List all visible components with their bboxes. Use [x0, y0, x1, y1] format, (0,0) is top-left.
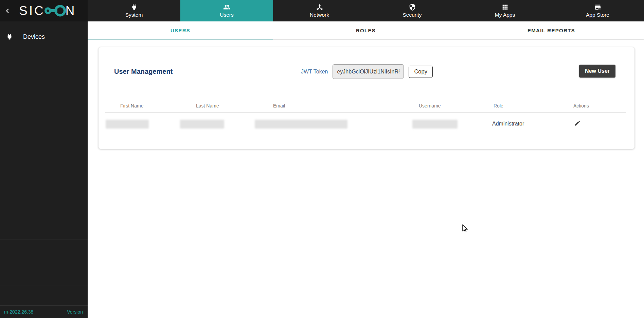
redacted-cell-email — [255, 120, 347, 129]
jwt-token-label: JWT Token — [301, 69, 328, 75]
brand-link-icon — [44, 4, 66, 18]
nav-tab-network[interactable]: Network — [273, 0, 366, 21]
sub-tab-bar: USERS ROLES EMAIL REPORTS — [88, 21, 644, 39]
role-value: Administrator — [492, 121, 524, 127]
column-header-actions: Actions — [573, 103, 589, 108]
nav-tab-security[interactable]: Security — [366, 0, 459, 21]
new-user-button[interactable]: New User — [579, 65, 615, 78]
sidebar-account-row: sj — [0, 263, 88, 285]
edit-pencil-icon[interactable] — [574, 120, 581, 128]
network-hub-icon — [316, 3, 323, 11]
redacted-cell-username — [412, 120, 458, 129]
column-header-email: Email — [273, 103, 285, 108]
tab-label: EMAIL REPORTS — [527, 28, 575, 33]
tab-users[interactable]: USERS — [88, 21, 273, 39]
back-chevron-icon[interactable] — [0, 0, 15, 21]
column-header-role: Role — [494, 103, 503, 108]
nav-tab-label: System — [125, 12, 143, 18]
nav-tab-label: My Apps — [495, 12, 515, 18]
column-header-last-name: Last Name — [196, 103, 219, 108]
app-root: SIC N Devices — [0, 0, 644, 318]
nav-tab-users[interactable]: Users — [180, 0, 273, 21]
main-content: User Management JWT Token Copy New User … — [88, 39, 644, 318]
grid-icon — [501, 3, 509, 11]
nav-tab-app-store[interactable]: App Store — [551, 0, 644, 21]
storefront-icon — [594, 3, 602, 11]
tab-label: ROLES — [356, 28, 376, 33]
nav-tab-my-apps[interactable]: My Apps — [459, 0, 551, 21]
tab-email-reports[interactable]: EMAIL REPORTS — [459, 21, 644, 39]
shield-icon — [409, 3, 416, 11]
nav-tab-label: Network — [310, 12, 329, 18]
user-management-card: User Management JWT Token Copy New User … — [99, 47, 634, 149]
page-title: User Management — [114, 68, 173, 76]
redacted-cell-last-name — [180, 120, 224, 129]
plug-icon — [130, 3, 138, 11]
table-row: Administrator — [99, 117, 634, 132]
brand-logo-text-right: N — [66, 4, 76, 18]
tab-roles[interactable]: ROLES — [273, 21, 459, 39]
table-header-row: First Name Last Name Email Username Role… — [99, 103, 634, 110]
nav-tab-system[interactable]: System — [88, 0, 180, 21]
brand-logo-text-left: SI — [19, 4, 34, 18]
column-header-username: Username — [419, 103, 441, 108]
jwt-token-input[interactable] — [333, 64, 404, 79]
brand-logo: SIC N — [19, 4, 76, 18]
plug-icon — [5, 33, 14, 40]
jwt-token-group: JWT Token Copy — [301, 64, 433, 79]
nav-tab-label: Security — [403, 12, 422, 18]
copy-button[interactable]: Copy — [409, 66, 433, 78]
nav-tab-label: App Store — [586, 12, 609, 18]
nav-tab-label: Users — [220, 12, 233, 18]
top-nav: System Users Network Security My Apps Ap… — [88, 0, 644, 21]
column-header-first-name: First Name — [120, 103, 143, 108]
redacted-cell-first-name — [106, 120, 149, 129]
sidebar-utility-row — [0, 239, 88, 262]
table-header-divider — [105, 112, 626, 113]
logo-bar: SIC N — [0, 0, 88, 21]
sidebar: SIC N Devices — [0, 0, 88, 318]
version-label: Version — [67, 309, 83, 315]
sidebar-qr-row: QR Code — [0, 286, 88, 305]
sidebar-item-devices[interactable]: Devices — [0, 29, 88, 45]
tab-label: USERS — [171, 28, 190, 33]
sidebar-item-label: Devices — [23, 33, 45, 40]
divider — [0, 285, 88, 285]
version-number: m-2022.26.38 — [4, 309, 33, 315]
people-icon — [223, 3, 231, 11]
divider — [0, 305, 88, 306]
